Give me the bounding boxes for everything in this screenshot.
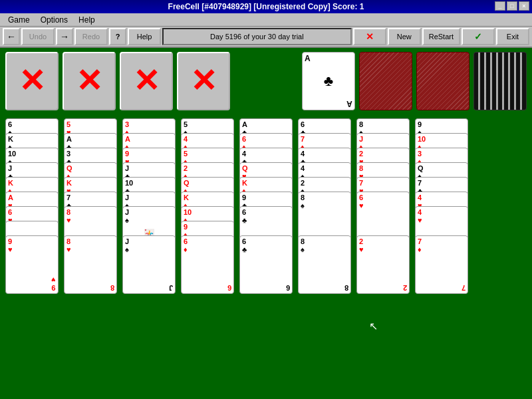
column-1[interactable]: 5♥ A♣ 3♣ Q♦ K♥ 7♣ 8♥ 8♥ 8 — [64, 118, 118, 395]
freecell-x-3: ✕ — [190, 65, 217, 97]
columns-row: 6♠ 6♠ K♠ 10♠ J♣ K♦ A♥ — [5, 118, 527, 395]
back-arrow-button[interactable]: ← — [3, 28, 20, 45]
foundation-2[interactable] — [416, 52, 469, 110]
exit-button[interactable]: Exit — [496, 28, 529, 45]
game-area: ✕ ✕ ✕ ✕ A ♣ A — [0, 48, 532, 399]
forward-arrow-button[interactable]: → — [56, 28, 73, 45]
card-4-7[interactable]: 6♣ 6 — [239, 235, 293, 294]
help-button[interactable]: Help — [128, 28, 161, 45]
new-button[interactable]: New — [388, 28, 421, 45]
undo-button[interactable]: Undo — [21, 28, 55, 45]
column-5[interactable]: 6♣ 7♦ 4♣ 4♠ 2♠ 8♠ 8♠ 8 — [298, 118, 352, 395]
foundation-3[interactable] — [473, 52, 527, 110]
card-7-7[interactable]: 7♦ 7 — [415, 235, 468, 294]
minimize-button[interactable]: _ — [495, 1, 505, 11]
foundation-0-suit: ♣ — [324, 72, 333, 90]
column-7[interactable]: 9♠ 10♦ 3♦ Q♠ 7♣ 4♥ 4♥ 7♦ 7 — [415, 118, 469, 395]
column-6[interactable]: 8♠ J♦ 2♥ 8♥ 7♥ 6♥ 2♥ 2 — [356, 118, 411, 395]
card-1-7[interactable]: 8♥ 8 — [64, 235, 117, 294]
foundation-1[interactable] — [359, 52, 412, 110]
foundation-0-rank: A — [305, 54, 311, 63]
title-bar: FreeCell [#407948929] [Unregistered Copy… — [0, 0, 532, 13]
card-0-8[interactable]: 9♥ 9♥ — [5, 235, 59, 294]
menu-game[interactable]: Game — [3, 14, 35, 26]
restart-button[interactable]: ReStart — [422, 28, 460, 45]
help-icon-button[interactable]: ? — [109, 28, 126, 45]
column-2[interactable]: 3♦ A♦ 9♥ J♣ 10♣ J♠ J♠ 🃏 J♠ — [122, 118, 177, 395]
freecell-0[interactable]: ✕ — [5, 52, 59, 110]
column-3[interactable]: 5♠ 4♦ 5♦ 2♦ Q♦ K♦ 10♦ 9♦ — [181, 118, 235, 395]
top-row: ✕ ✕ ✕ ✕ A ♣ A — [5, 52, 527, 112]
card-6-6[interactable]: 2♥ 2 — [356, 235, 410, 294]
foundation-0-rank-bottom: A — [346, 99, 352, 108]
card-5-6[interactable]: 8♠ 8 — [298, 235, 351, 294]
card-3-8[interactable]: 6♦ 6 — [181, 235, 234, 294]
toolbar: ← Undo → Redo ? Help Day 5196 of your 30… — [0, 27, 532, 48]
cancel-x-button[interactable]: ✕ — [353, 28, 386, 45]
title-bar-controls[interactable]: _ □ × — [495, 1, 529, 11]
title-text: FreeCell [#407948929] [Unregistered Copy… — [168, 2, 364, 11]
menu-bar: Game Options Help — [0, 13, 532, 27]
menu-help[interactable]: Help — [73, 14, 100, 26]
foundation-0[interactable]: A ♣ A — [302, 52, 355, 110]
close-button[interactable]: × — [519, 1, 529, 11]
freecell-x-1: ✕ — [76, 65, 102, 97]
redo-button[interactable]: Redo — [74, 28, 108, 45]
menu-options[interactable]: Options — [35, 14, 73, 26]
column-4[interactable]: A♣ ♣ A 6♦ 4♣ Q♥ K♦ 9♣ 6♣ 6♣ — [239, 118, 294, 395]
check-button[interactable]: ✓ — [462, 28, 495, 45]
freecell-x-2: ✕ — [133, 65, 160, 97]
freecell-1[interactable]: ✕ — [63, 52, 116, 110]
trial-label: Day 5196 of your 30 day trial — [162, 28, 352, 45]
column-0[interactable]: 6♠ 6♠ K♠ 10♠ J♣ K♦ A♥ — [5, 118, 60, 395]
maximize-button[interactable]: □ — [507, 1, 517, 11]
freecell-x-0: ✕ — [19, 65, 45, 97]
freecell-2[interactable]: ✕ — [120, 52, 173, 110]
freecell-3[interactable]: ✕ — [177, 52, 230, 110]
card-2-7[interactable]: J♠ J — [122, 235, 176, 294]
